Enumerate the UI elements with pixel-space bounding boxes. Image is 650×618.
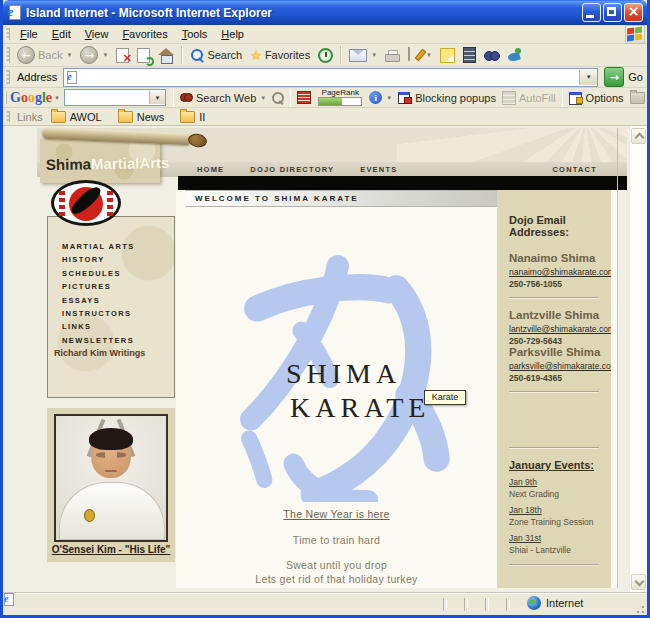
photo-caption-link[interactable]: O'Sensei Kim - "His Life": [47, 544, 175, 555]
address-input[interactable]: [78, 71, 579, 84]
search-site-button[interactable]: [269, 92, 287, 104]
links-bar-item[interactable]: II: [180, 111, 205, 123]
scroll-rod-tip: [187, 132, 208, 148]
toolbar-grip[interactable]: [5, 111, 10, 123]
discuss-button[interactable]: [436, 47, 459, 64]
forward-dropdown[interactable]: ▼: [102, 52, 108, 58]
refresh-button[interactable]: [133, 47, 154, 64]
menu-item[interactable]: File: [13, 26, 45, 42]
google-logo[interactable]: Google: [10, 90, 52, 106]
dojo-phone: 250-729-5643: [509, 336, 603, 346]
toolbar-grip[interactable]: [5, 70, 10, 84]
image-tooltip: Karate: [424, 390, 466, 405]
history-icon: [318, 48, 333, 63]
messenger-icon: [508, 48, 522, 62]
dojo-phone: 250-619-4365: [509, 373, 603, 383]
stop-button[interactable]: ×: [112, 47, 133, 64]
sidebar-doc-button[interactable]: [459, 46, 480, 64]
pagerank-widget[interactable]: PageRank: [318, 89, 362, 106]
print-icon: [385, 50, 400, 61]
mail-icon: [349, 49, 367, 62]
menu-item[interactable]: Favorites: [115, 26, 174, 42]
address-dropdown[interactable]: ▼: [579, 70, 597, 85]
toolbar-grip[interactable]: [5, 91, 7, 104]
address-field[interactable]: e ▼: [63, 68, 598, 87]
resize-grip[interactable]: [633, 602, 646, 615]
event-description: Shiai - Lantzville: [509, 545, 603, 556]
google-search-dropdown[interactable]: ▼: [149, 91, 165, 104]
maximize-button[interactable]: [603, 3, 622, 22]
close-button[interactable]: ×: [624, 3, 643, 22]
star-icon: ★: [250, 48, 262, 63]
minimize-button[interactable]: [582, 3, 601, 22]
dojo-email-link[interactable]: nanaimo@shimakarate.com: [509, 267, 603, 277]
dojo-email-link[interactable]: lantzville@shimakarate.com: [509, 324, 603, 334]
links-bar-item[interactable]: News: [118, 111, 165, 123]
sidebar-menu-link[interactable]: NEWSLETTERS: [48, 334, 174, 347]
search-web-button[interactable]: Search Web ▼: [177, 92, 269, 104]
sidebar-menu-link[interactable]: ESSAYS: [48, 294, 174, 307]
menu-item[interactable]: Edit: [45, 26, 78, 42]
toolbar-grip[interactable]: [5, 47, 10, 62]
google-logo-dropdown[interactable]: ▼: [54, 95, 60, 101]
nav-link-contact[interactable]: CONTACT: [552, 165, 597, 174]
back-button[interactable]: ← Back ▼: [13, 45, 76, 65]
sensei-photo[interactable]: [54, 414, 168, 542]
highlight-button[interactable]: ▼: [627, 92, 650, 104]
folder-icon: [630, 92, 645, 104]
mail-dropdown[interactable]: ▼: [371, 52, 377, 58]
shima-logo: [51, 180, 121, 226]
sidebar-menu-link[interactable]: MARTIAL ARTS HISTORY: [48, 240, 174, 267]
title-bar[interactable]: e Island Internet - Microsoft Internet E…: [3, 0, 647, 25]
internet-globe-icon: [527, 596, 541, 610]
back-icon: ←: [17, 46, 35, 64]
nav-link[interactable]: DOJO DIRECTORY: [250, 165, 334, 174]
favorites-button[interactable]: ★ Favorites: [246, 47, 314, 64]
print-button[interactable]: [381, 49, 404, 62]
toolbar-grip[interactable]: [5, 28, 10, 41]
event-date-link[interactable]: Jan 9th: [509, 477, 603, 488]
menu-item[interactable]: Help: [214, 26, 251, 42]
sidebar-menu-link[interactable]: SCHEDULES: [48, 267, 174, 280]
options-button[interactable]: Options: [566, 92, 627, 104]
menu-item[interactable]: Tools: [175, 26, 215, 42]
sidebar-menu-link[interactable]: INSTRUCTORS: [48, 307, 174, 320]
sidebar-menu-link[interactable]: PICTURES: [48, 280, 174, 293]
home-button[interactable]: [154, 47, 178, 63]
back-dropdown[interactable]: ▼: [66, 52, 72, 58]
edit-button[interactable]: ▼: [404, 47, 436, 63]
new-year-link[interactable]: The New Year is here: [176, 508, 497, 520]
nav-link[interactable]: EVENTS: [360, 165, 397, 174]
news-button[interactable]: [294, 91, 314, 104]
messenger-button[interactable]: [504, 47, 526, 63]
google-search-field[interactable]: ▼: [64, 89, 166, 106]
forward-button[interactable]: → ▼: [76, 45, 112, 65]
dojo-email-link[interactable]: parksville@shimakarate.com: [509, 361, 603, 371]
scroll-down-button[interactable]: [631, 574, 646, 590]
divider: [509, 447, 599, 449]
autofill-icon: [502, 91, 516, 105]
home-icon: [158, 48, 174, 62]
menu-bar: File Edit View Favorites Tools Help: [3, 25, 647, 44]
mail-button[interactable]: ▼: [345, 48, 381, 63]
message-line: Lets get rid of that holiday turkey: [176, 573, 497, 585]
vertical-scrollbar[interactable]: [629, 126, 647, 592]
popup-blocker-button[interactable]: Blocking popups: [395, 92, 499, 104]
divider: [509, 391, 599, 393]
options-icon: [569, 92, 583, 104]
autofill-button[interactable]: AutoFill: [499, 91, 559, 105]
event-date-link[interactable]: Jan 18th: [509, 505, 603, 516]
research-button[interactable]: [480, 48, 504, 62]
history-button[interactable]: [314, 47, 337, 64]
menu-item[interactable]: View: [78, 26, 116, 42]
go-button[interactable]: → Go: [604, 67, 643, 87]
links-bar-item[interactable]: AWOL: [51, 111, 102, 123]
page-info-button[interactable]: i ▼: [366, 91, 395, 104]
google-search-input[interactable]: [65, 91, 149, 105]
edit-dropdown[interactable]: ▼: [426, 52, 432, 58]
event-date-link[interactable]: Jan 31st: [509, 533, 603, 544]
sidebar-link-richard-kim-writings[interactable]: Richard Kim Writings: [48, 347, 174, 360]
scroll-up-button[interactable]: [631, 128, 646, 144]
sidebar-menu-link[interactable]: LINKS: [48, 320, 174, 333]
search-button[interactable]: Search: [186, 47, 246, 63]
